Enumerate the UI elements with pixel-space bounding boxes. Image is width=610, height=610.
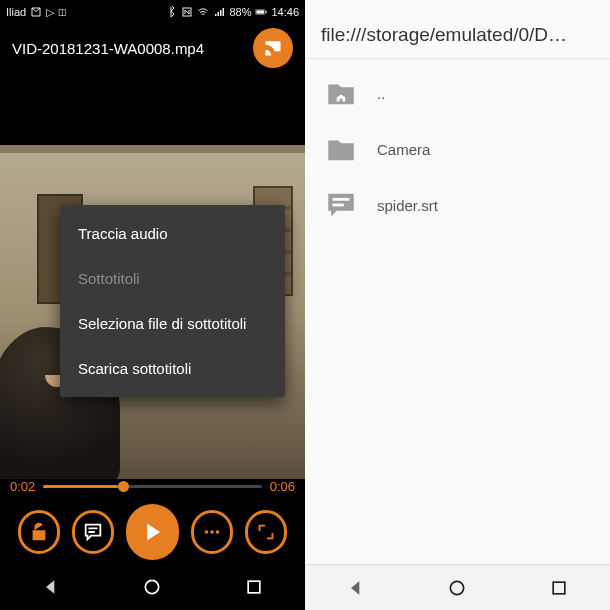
nav-back[interactable] [37,573,65,601]
menu-item-subtitles: Sottotitoli [60,256,285,301]
list-item-folder[interactable]: Camera [305,121,610,177]
svg-rect-3 [266,11,267,14]
square-recent-icon [244,577,264,597]
time-current: 0:02 [10,479,35,494]
nav-recent[interactable] [240,573,268,601]
list-item-label: .. [377,85,385,102]
play-icon [138,518,166,546]
nfc-icon [181,6,193,18]
list-item-label: spider.srt [377,197,438,214]
seek-bar[interactable] [43,485,261,488]
subtitle-file-icon [321,187,361,223]
nav-recent[interactable] [545,574,573,602]
controls-row [10,494,295,560]
svg-point-5 [210,530,214,534]
unlock-icon [28,521,50,543]
triangle-back-icon [41,577,61,597]
svg-rect-8 [248,581,260,593]
file-browser-panel: file:///storage/emulated/0/D… .. Camera … [305,0,610,610]
menu-item-select-subtitle-file[interactable]: Seleziona file di sottotitoli [60,301,285,346]
svg-point-4 [205,530,209,534]
player-controls: 0:02 0:06 [0,479,305,564]
signal-icon [213,6,225,18]
svg-rect-9 [333,198,350,201]
triangle-back-icon [346,578,366,598]
menu-item-download-subtitles[interactable]: Scarica sottotitoli [60,346,285,391]
wifi-icon [197,6,209,18]
subtitle-popup: Traccia audio Sottotitoli Seleziona file… [60,205,285,397]
list-item-subtitle-file[interactable]: spider.srt [305,177,610,233]
clock-label: 14:46 [271,6,299,18]
circle-home-icon [447,578,467,598]
aspect-button[interactable] [245,510,287,554]
list-item-up[interactable]: .. [305,65,610,121]
cast-icon [263,38,283,58]
android-navbar [0,564,305,610]
svg-rect-2 [257,10,265,13]
time-total: 0:06 [270,479,295,494]
player-panel: Iliad ▷ ◫ 88% 14:46 VID-20181231-WA0008.… [0,0,305,610]
svg-rect-10 [333,204,344,207]
battery-pct: 88% [229,6,251,18]
more-icon [201,521,223,543]
path-header[interactable]: file:///storage/emulated/0/D… [305,0,610,59]
aspect-icon [255,521,277,543]
status-bar: Iliad ▷ ◫ 88% 14:46 [0,0,305,24]
notif-icon: ◫ [58,7,67,17]
android-navbar [305,564,610,610]
nav-back[interactable] [342,574,370,602]
svg-point-7 [146,580,159,593]
cast-button[interactable] [253,28,293,68]
circle-home-icon [142,577,162,597]
folder-icon [321,131,361,167]
video-title: VID-20181231-WA0008.mp4 [12,40,245,57]
more-button[interactable] [191,510,233,554]
svg-point-11 [451,581,464,594]
title-bar: VID-20181231-WA0008.mp4 [0,24,305,72]
video-viewport[interactable]: Traccia audio Sottotitoli Seleziona file… [0,72,305,479]
nav-home[interactable] [443,574,471,602]
play-button[interactable] [126,504,179,560]
seek-row: 0:02 0:06 [10,479,295,494]
play-indicator-icon: ▷ [46,6,54,19]
svg-point-6 [216,530,220,534]
svg-rect-12 [553,582,565,594]
nav-home[interactable] [138,573,166,601]
menu-item-audio-track[interactable]: Traccia audio [60,211,285,256]
bluetooth-icon [165,6,177,18]
square-recent-icon [549,578,569,598]
file-list: .. Camera spider.srt [305,59,610,564]
carrier-label: Iliad [6,6,26,18]
home-folder-icon [321,75,361,111]
list-item-label: Camera [377,141,430,158]
mail-icon [30,6,42,18]
subtitles-button[interactable] [72,510,114,554]
subtitles-icon [82,521,104,543]
battery-icon [255,6,267,18]
lock-button[interactable] [18,510,60,554]
